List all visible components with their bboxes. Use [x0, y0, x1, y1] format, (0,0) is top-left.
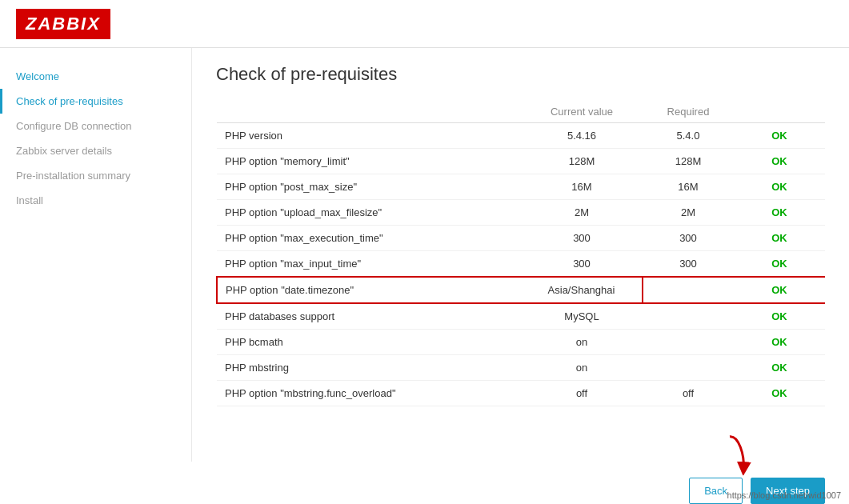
table-row: PHP mbstringonOK	[217, 355, 825, 381]
row-required-value	[643, 303, 734, 330]
row-required-value: 300	[643, 251, 734, 278]
col-header-status	[734, 101, 825, 123]
sidebar-item-db[interactable]: Configure DB connection	[0, 114, 191, 138]
row-required-value: off	[643, 381, 734, 406]
row-status: OK	[734, 251, 825, 278]
table-row: PHP option "post_max_size"16M16MOK	[217, 174, 825, 200]
prereq-table: Current value Required PHP version5.4.16…	[216, 101, 825, 406]
table-row: PHP version5.4.165.4.0OK	[217, 123, 825, 149]
row-required-value: 5.4.0	[643, 123, 734, 149]
table-row: PHP bcmathonOK	[217, 330, 825, 355]
row-name: PHP option "max_input_time"	[217, 251, 521, 278]
col-header-required: Required	[643, 101, 734, 123]
row-current-value: Asia/Shanghai	[521, 277, 643, 303]
table-row: PHP option "max_input_time"300300OK	[217, 251, 825, 278]
row-current-value: 5.4.16	[521, 123, 643, 149]
row-required-value: 16M	[643, 174, 734, 200]
row-name: PHP bcmath	[217, 330, 521, 355]
row-name: PHP option "post_max_size"	[217, 174, 521, 200]
row-name: PHP option "memory_limit"	[217, 149, 521, 174]
sidebar-item-server[interactable]: Zabbix server details	[0, 138, 191, 163]
col-header-name	[217, 101, 521, 123]
row-required-value: 2M	[643, 200, 734, 226]
row-name: PHP option "mbstring.func_overload"	[217, 381, 521, 406]
table-row: PHP databases supportMySQLOK	[217, 303, 825, 330]
main-content: WelcomeCheck of pre-requisitesConfigure …	[0, 48, 849, 462]
sidebar-item-install[interactable]: Install	[0, 188, 191, 213]
sidebar-item-welcome[interactable]: Welcome	[0, 64, 191, 89]
row-name: PHP option "max_execution_time"	[217, 226, 521, 251]
row-current-value: 300	[521, 251, 643, 278]
row-name: PHP option "date.timezone"	[217, 277, 521, 303]
row-status: OK	[734, 303, 825, 330]
row-status: OK	[734, 149, 825, 174]
row-current-value: 300	[521, 226, 643, 251]
row-status: OK	[734, 277, 825, 303]
row-name: PHP databases support	[217, 303, 521, 330]
row-status: OK	[734, 200, 825, 226]
row-current-value: 2M	[521, 200, 643, 226]
row-current-value: 128M	[521, 149, 643, 174]
button-row: Back Next step	[0, 478, 849, 504]
sidebar-item-prereqs[interactable]: Check of pre-requisites	[0, 89, 191, 114]
row-status: OK	[734, 381, 825, 406]
row-current-value: 16M	[521, 174, 643, 200]
row-required-value: 128M	[643, 149, 734, 174]
col-header-current: Current value	[521, 101, 643, 123]
row-status: OK	[734, 174, 825, 200]
row-status: OK	[734, 226, 825, 251]
row-required-value	[643, 277, 734, 303]
row-status: OK	[734, 330, 825, 355]
table-row: PHP option "date.timezone"Asia/ShanghaiO…	[217, 277, 825, 303]
url-bar: https://blog.csdn.net/wid1007	[727, 490, 841, 500]
row-current-value: on	[521, 330, 643, 355]
table-row: PHP option "mbstring.func_overload"offof…	[217, 381, 825, 406]
row-current-value: MySQL	[521, 303, 643, 330]
row-required-value: 300	[643, 226, 734, 251]
row-current-value: on	[521, 355, 643, 381]
row-name: PHP mbstring	[217, 355, 521, 381]
row-name: PHP version	[217, 123, 521, 149]
row-status: OK	[734, 355, 825, 381]
row-current-value: off	[521, 381, 643, 406]
sidebar-item-summary[interactable]: Pre-installation summary	[0, 163, 191, 188]
row-required-value	[643, 355, 734, 381]
table-row: PHP option "memory_limit"128M128MOK	[217, 149, 825, 174]
zabbix-logo: ZABBIX	[16, 9, 110, 39]
row-status: OK	[734, 123, 825, 149]
row-required-value	[643, 330, 734, 355]
content-area: Check of pre-requisites Current value Re…	[192, 48, 849, 462]
sidebar: WelcomeCheck of pre-requisitesConfigure …	[0, 48, 192, 462]
top-bar: ZABBIX	[0, 0, 849, 48]
table-row: PHP option "upload_max_filesize"2M2MOK	[217, 200, 825, 226]
row-name: PHP option "upload_max_filesize"	[217, 200, 521, 226]
table-row: PHP option "max_execution_time"300300OK	[217, 226, 825, 251]
page-title: Check of pre-requisites	[216, 64, 825, 85]
